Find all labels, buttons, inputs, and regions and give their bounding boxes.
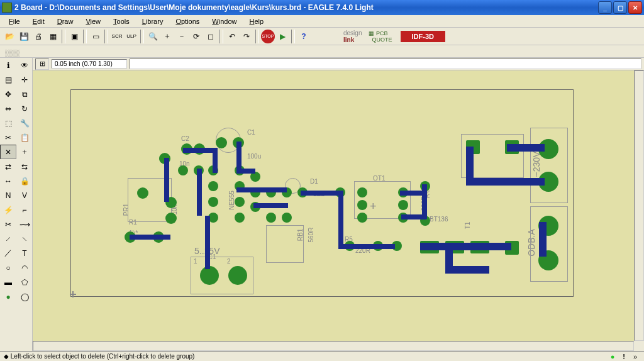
replace-tool[interactable]: ↔ bbox=[0, 174, 16, 188]
zoom-fit-button[interactable]: 🔍 bbox=[146, 30, 160, 43]
wire-tool[interactable]: ／ bbox=[0, 246, 16, 260]
text-tool[interactable]: T bbox=[16, 246, 33, 260]
copy-tool[interactable]: ⧉ bbox=[16, 87, 33, 101]
arc-tool[interactable]: ◠ bbox=[16, 260, 33, 275]
label-c1: C1 bbox=[247, 129, 255, 136]
pad bbox=[357, 200, 367, 210]
trace bbox=[301, 191, 338, 196]
gateswap-tool[interactable]: ⇆ bbox=[16, 159, 33, 174]
title-bar: 2 Board - D:\Documents and Settings\User… bbox=[0, 0, 644, 15]
rect-tool[interactable]: ▬ bbox=[0, 275, 16, 289]
pcbquote-button[interactable]: ▦ PCB QUOTE bbox=[369, 30, 392, 43]
menu-draw[interactable]: Draw bbox=[51, 16, 80, 26]
optimize-tool[interactable]: ⟿ bbox=[16, 217, 33, 231]
undo-button[interactable]: ↶ bbox=[225, 30, 239, 43]
menu-options[interactable]: Options bbox=[169, 16, 206, 26]
label-t1: T1 bbox=[464, 222, 471, 230]
go-button[interactable]: ▶ bbox=[275, 30, 289, 43]
minimize-button[interactable]: _ bbox=[598, 1, 612, 14]
paste-tool[interactable]: 📋 bbox=[16, 130, 33, 145]
grid-button[interactable]: ⊞ bbox=[35, 58, 49, 70]
app-icon bbox=[2, 3, 12, 13]
vertical-scrollbar[interactable] bbox=[634, 70, 644, 341]
circle-tool[interactable]: ○ bbox=[0, 260, 16, 275]
rotate-tool[interactable]: ↻ bbox=[16, 101, 33, 116]
status-bar: ◆ Left-click to select object to delete … bbox=[0, 351, 644, 361]
name-tool[interactable]: N bbox=[0, 188, 16, 203]
open-button[interactable]: 📂 bbox=[3, 30, 16, 43]
comp-rb1-pot bbox=[266, 225, 304, 263]
status-errors-icon[interactable]: ! bbox=[619, 352, 629, 361]
via-tool[interactable]: ● bbox=[0, 289, 16, 304]
value-tool[interactable]: V bbox=[16, 188, 33, 203]
pad bbox=[216, 137, 227, 148]
lock-tool[interactable]: 🔒 bbox=[16, 174, 33, 188]
print-button[interactable]: 🖨 bbox=[31, 30, 45, 43]
pinswap-tool[interactable]: ⇄ bbox=[0, 159, 16, 174]
horizontal-scrollbar[interactable] bbox=[33, 341, 634, 351]
pad bbox=[266, 213, 276, 223]
tool-palette: ℹ 👁 ▤ ✛ ✥ ⧉ ⇔ ↻ ⬚ 🔧 ✂ 📋 ✕ ＋ ⇄ ⇆ ↔ 🔒 N V … bbox=[0, 58, 33, 351]
save-button[interactable]: 💾 bbox=[17, 30, 31, 43]
layer-tool[interactable]: ▤ bbox=[0, 72, 16, 87]
schematic-button[interactable]: ▭ bbox=[89, 30, 103, 43]
close-button[interactable]: ✕ bbox=[628, 1, 642, 14]
ulp-button[interactable]: ULP bbox=[125, 30, 138, 43]
board-button[interactable]: ▣ bbox=[67, 30, 81, 43]
delete-tool[interactable]: ✕ bbox=[0, 145, 16, 159]
command-input[interactable] bbox=[130, 58, 641, 69]
menu-library[interactable]: Library bbox=[136, 16, 170, 26]
redo-button[interactable]: ↷ bbox=[240, 30, 253, 43]
mark-tool[interactable]: ✛ bbox=[16, 72, 33, 87]
hole-tool[interactable]: ◯ bbox=[16, 289, 33, 304]
label-rb1val: 560R bbox=[308, 228, 314, 243]
idf3d-button[interactable]: IDF-3D bbox=[401, 31, 445, 42]
route-tool[interactable]: ⟋ bbox=[0, 231, 16, 246]
mirror-tool[interactable]: ⇔ bbox=[0, 101, 16, 116]
status-more-icon[interactable]: » bbox=[630, 352, 640, 361]
pad bbox=[235, 213, 245, 223]
menu-edit[interactable]: Edit bbox=[26, 16, 51, 26]
toolbar-separator bbox=[219, 30, 223, 43]
trace bbox=[236, 142, 242, 170]
zoom-out-button[interactable]: － bbox=[175, 30, 189, 43]
script-button[interactable]: SCR bbox=[110, 30, 124, 43]
status-ok-icon[interactable]: ● bbox=[608, 352, 618, 361]
pcb-area[interactable]: C1 100u C2 10n D1 LED IC1 NE555 PR1 R1 1… bbox=[33, 70, 634, 341]
menu-window[interactable]: Window bbox=[206, 16, 243, 26]
menu-tools[interactable]: Tools bbox=[107, 16, 136, 26]
designlink-button[interactable]: designlink bbox=[343, 30, 362, 43]
maximize-button[interactable]: ▢ bbox=[613, 1, 627, 14]
trace bbox=[507, 178, 545, 186]
trace bbox=[205, 216, 210, 269]
miter-tool[interactable]: ⌐ bbox=[16, 203, 33, 217]
stop-button[interactable]: STOP bbox=[261, 30, 275, 43]
trace bbox=[236, 169, 255, 174]
trace bbox=[539, 222, 547, 257]
move-tool[interactable]: ✥ bbox=[0, 87, 16, 101]
group-tool[interactable]: ⬚ bbox=[0, 116, 16, 130]
menu-help[interactable]: Help bbox=[243, 16, 270, 26]
canvas[interactable]: C1 100u C2 10n D1 LED IC1 NE555 PR1 R1 1… bbox=[33, 70, 644, 351]
trace bbox=[401, 214, 426, 219]
zoom-select-button[interactable]: ◻ bbox=[204, 30, 218, 43]
polygon-tool[interactable]: ⬠ bbox=[16, 275, 33, 289]
trace bbox=[338, 244, 395, 249]
help-button[interactable]: ? bbox=[297, 30, 311, 43]
cam-button[interactable]: ▦ bbox=[46, 30, 60, 43]
pad bbox=[228, 266, 247, 285]
smash-tool[interactable]: ⚡ bbox=[0, 203, 16, 217]
info-tool[interactable]: ℹ bbox=[0, 58, 16, 72]
zoom-redraw-button[interactable]: ⟳ bbox=[189, 30, 203, 43]
menu-view[interactable]: View bbox=[79, 16, 107, 26]
show-tool[interactable]: 👁 bbox=[16, 58, 33, 72]
menu-file[interactable]: File bbox=[3, 16, 26, 26]
cut-tool[interactable]: ✂ bbox=[0, 130, 16, 145]
ripup-tool[interactable]: ⟍ bbox=[16, 231, 33, 246]
split-tool[interactable]: ✂ bbox=[0, 217, 16, 231]
coord-display: 0.05 inch (0.70 1.30) bbox=[52, 59, 127, 69]
change-tool[interactable]: 🔧 bbox=[16, 116, 33, 130]
add-tool[interactable]: ＋ bbox=[16, 145, 33, 159]
zoom-in-button[interactable]: ＋ bbox=[160, 30, 174, 43]
pad bbox=[165, 213, 177, 224]
